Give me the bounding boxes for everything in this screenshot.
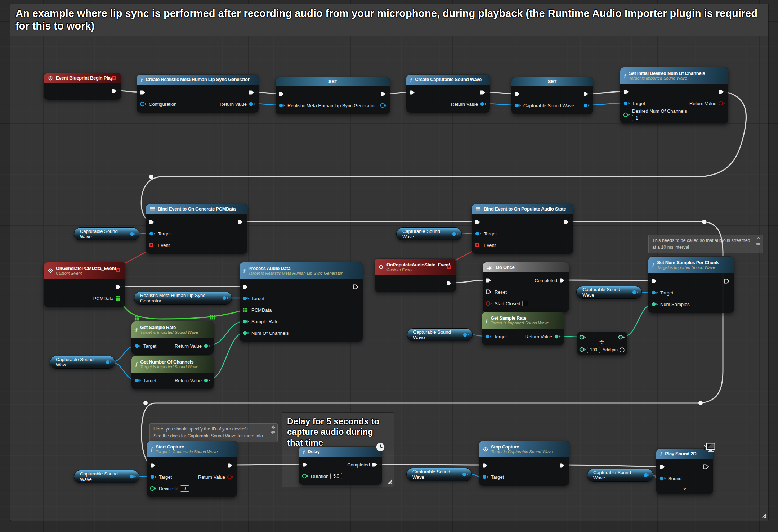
pin-num-of-channels[interactable]: Num Of Channels: [242, 330, 289, 336]
node-header[interactable]: ƒGet Sample RateTarget is Imported Sound…: [482, 312, 564, 329]
output-pin[interactable]: [222, 295, 229, 301]
pin-exec[interactable]: [249, 90, 256, 95]
pin-target[interactable]: Target: [485, 334, 507, 339]
pin-target[interactable]: Target: [482, 474, 504, 480]
node-gnc[interactable]: ƒGet Number Of ChannelsTarget is Importe…: [131, 356, 214, 389]
variable-getter-g1[interactable]: Capturable Sound Wave: [74, 227, 139, 240]
node-header[interactable]: ƒGet Number Of ChannelsTarget is Importe…: [131, 356, 214, 373]
pin-obj[interactable]: [583, 103, 590, 108]
pin-exech[interactable]: [724, 278, 731, 284]
pin-sound[interactable]: Sound: [659, 475, 682, 481]
pin-exec[interactable]: [380, 91, 387, 97]
variable-getter-g2[interactable]: Capturable Sound Wave: [50, 356, 115, 369]
pin-exec[interactable]: [583, 91, 590, 97]
pin-start-closed[interactable]: Start Closed: [486, 301, 528, 306]
node-header[interactable]: ƒStart CaptureTarget is Capturable Sound…: [147, 441, 237, 457]
delegate-pin[interactable]: [446, 264, 453, 271]
output-pin[interactable]: [105, 359, 112, 365]
pin-event[interactable]: Event: [149, 242, 170, 248]
node-start[interactable]: ƒStart CaptureTarget is Capturable Sound…: [147, 441, 237, 497]
output-pin[interactable]: [129, 474, 137, 479]
pin-sample-rate[interactable]: Sample Rate: [242, 319, 278, 324]
variable-getter-g6[interactable]: Capturable Sound Wave: [406, 468, 472, 481]
pin-pcmdata[interactable]: PCMData: [93, 296, 122, 301]
pin-divisor[interactable]: [579, 347, 586, 354]
pin-exec[interactable]: [227, 463, 234, 468]
pin-exec[interactable]: [446, 280, 453, 286]
pin-completed[interactable]: Completed: [535, 278, 566, 283]
pin-return-value[interactable]: Return Value: [525, 334, 561, 339]
node-header[interactable]: SET: [511, 77, 593, 86]
output-pin[interactable]: [632, 289, 639, 295]
variable-getter-g4[interactable]: Capturable Sound Wave: [576, 286, 642, 299]
pin-exec[interactable]: [514, 91, 522, 97]
node-gsr[interactable]: ƒGet Sample RateTarget is Imported Sound…: [482, 312, 564, 345]
reroute-node[interactable]: [143, 401, 148, 405]
pin-target[interactable]: Target: [134, 343, 156, 349]
pin-return-value[interactable]: Return Value: [689, 100, 725, 106]
output-pin[interactable]: [452, 231, 459, 237]
expand-chevron-icon[interactable]: ⌄: [659, 485, 710, 491]
variable-getter-g3[interactable]: Capturable Sound Wave: [396, 227, 462, 240]
node-bind_pcm[interactable]: Bind Event to On Generate PCMDataTargetE…: [146, 204, 247, 254]
node-header[interactable]: 1Do Once: [483, 262, 569, 272]
node-header[interactable]: Bind Event to On Populate Audio State: [472, 204, 573, 214]
pin-completed[interactable]: Completed: [347, 462, 379, 468]
delegate-pin[interactable]: [116, 267, 123, 274]
pin-exec[interactable]: [242, 284, 250, 290]
node-stop[interactable]: Stop CaptureTarget is Capturable Sound W…: [479, 441, 569, 486]
pin-target[interactable]: Target: [134, 378, 156, 383]
pin-return-value[interactable]: Return Value: [175, 343, 211, 349]
node-header[interactable]: ƒDelay: [299, 447, 382, 457]
output-pin[interactable]: [129, 231, 137, 237]
node-header[interactable]: ƒCreate Realistic Meta Human Lip Sync Ge…: [137, 75, 259, 85]
pin-exec[interactable]: [237, 219, 245, 225]
reroute-node[interactable]: [702, 220, 706, 224]
pin-exec[interactable]: [302, 462, 309, 468]
delegate-pin[interactable]: [111, 75, 119, 82]
pin-exec[interactable]: [651, 278, 658, 284]
pin-return-value[interactable]: Return Value: [220, 101, 256, 107]
pin-device-id[interactable]: Device Id0: [150, 485, 189, 492]
node-si[interactable]: ƒSet Initial Desired Num Of ChannelsTarg…: [620, 67, 728, 123]
pin-exec[interactable]: [278, 91, 286, 97]
node-header[interactable]: OnPopulateAudioState_EventCustom Event: [375, 259, 456, 275]
output-pin[interactable]: [462, 332, 470, 338]
pin-return-value[interactable]: Return Value: [175, 378, 211, 383]
node-header[interactable]: OnGeneratePCMData_EventCustom Event: [44, 262, 125, 279]
node-set2[interactable]: SETCapturable Sound Wave: [511, 77, 593, 114]
pin-exec[interactable]: [140, 90, 147, 95]
node-bpa[interactable]: Bind Event to On Populate Audio StateTar…: [472, 204, 573, 254]
pin-target[interactable]: Target: [475, 231, 497, 236]
pin-exech[interactable]: [353, 284, 360, 290]
pin-target[interactable]: Target: [149, 231, 171, 236]
node-pa[interactable]: ƒProcess Audio DataTarget is Realistic M…: [240, 262, 363, 342]
pin-target[interactable]: Target: [651, 290, 673, 296]
start-closed-checkbox[interactable]: [522, 301, 528, 306]
output-pin[interactable]: [462, 472, 469, 477]
node-header[interactable]: ƒCreate Capturable Sound Wave: [406, 75, 490, 85]
pin-desired-num-of-channels[interactable]: Desired Num Of Channels1: [623, 108, 687, 121]
pin-exec[interactable]: [563, 219, 571, 225]
pin-exec[interactable]: [115, 284, 122, 290]
pin-capturable-sound-wave[interactable]: Capturable Sound Wave: [514, 103, 574, 108]
pin-duration[interactable]: Duration5.0: [302, 473, 342, 479]
pin-exec[interactable]: [482, 463, 489, 468]
node-opa[interactable]: OnPopulateAudioState_EventCustom Event: [375, 258, 456, 292]
node-header[interactable]: ƒProcess Audio DataTarget is Realistic M…: [240, 262, 363, 279]
variable-getter-gsc[interactable]: Capturable Sound Wave: [74, 470, 139, 483]
variable-getter-g5[interactable]: Capturable Sound Wave: [407, 328, 473, 341]
pin-exec[interactable]: [150, 463, 157, 468]
pin-realistic-meta-human-lip-sync-generator[interactable]: Realistic Meta Human Lip Sync Generator: [278, 103, 375, 108]
pin-dividend[interactable]: [579, 334, 586, 342]
pin-exec[interactable]: [409, 90, 416, 95]
variable-getter-g7[interactable]: Capturable Sound Wave: [587, 469, 653, 482]
value-input[interactable]: 0: [180, 485, 189, 492]
node-beginplay[interactable]: Event Blueprint Begin Play: [44, 73, 121, 100]
output-pin[interactable]: [643, 472, 650, 478]
node-header[interactable]: Bind Event to On Generate PCMData: [146, 204, 247, 214]
node-cr[interactable]: ƒCreate Realistic Meta Human Lip Sync Ge…: [137, 74, 259, 113]
node-og[interactable]: OnGeneratePCMData_EventCustom EventPCMDa…: [44, 262, 125, 307]
pin-exec[interactable]: [718, 89, 725, 95]
node-cc[interactable]: ƒCreate Capturable Sound WaveReturn Valu…: [406, 74, 490, 113]
